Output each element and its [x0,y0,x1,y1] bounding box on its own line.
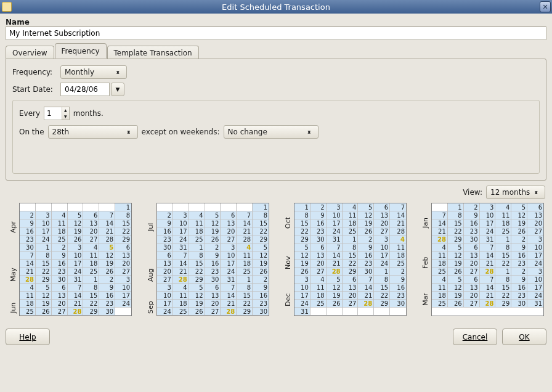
window-titlebar[interactable]: Edit Scheduled Transaction ✕ [0,0,552,14]
calendar-cell [173,203,189,211]
calendar-cell: 29 [237,308,253,316]
ok-button[interactable]: OK [502,329,546,345]
calendar-cell: 11 [432,251,448,259]
calendar-cell: 5 [511,203,527,211]
calendar-cell: 7 [358,276,374,284]
tab-overview[interactable]: Overview [6,46,54,59]
calendar-cell: 24 [480,227,496,235]
calendar-cell: 30 [52,276,68,284]
calendar-cell: 19 [294,259,310,267]
calendar-cell: 27 [83,235,99,243]
help-button[interactable]: Help [6,329,50,345]
calendar-cell: 17 [221,259,237,267]
calendar-cell: 31 [221,276,237,284]
calendar-cell: 28 [480,267,496,276]
calendar-cell: 2 [390,267,406,276]
weekend-rule-select[interactable]: No change ▲▼ [224,125,319,139]
calendar-cell: 9 [52,251,68,259]
cancel-button[interactable]: Cancel [453,329,497,345]
every-months-value[interactable] [44,107,62,120]
calendar-cell: 13 [464,284,480,292]
calendar-cell: 30 [157,243,173,251]
calendar-cell: 6 [527,203,543,211]
calendar-cell: 30 [358,267,374,276]
updown-icon[interactable]: ▲▼ [62,107,69,120]
calendar-cell: 8 [253,211,269,219]
calendar-cell: 6 [83,211,99,219]
calendar-cell: 8 [189,251,205,259]
calendar-cell: 15 [495,251,511,259]
calendar-cell: 24 [327,227,343,235]
calendar-cell: 11 [495,211,511,219]
calendar-cell: 26 [448,300,464,308]
view-select[interactable]: 12 months ▲▼ [486,186,545,199]
calendar-cell: 8 [294,211,310,219]
calendar-cell: 1 [189,243,205,251]
name-field[interactable] [6,27,546,40]
calendar-cell: 19 [99,259,115,267]
calendar-cell: 17 [374,251,390,259]
calendar-cell: 23 [464,227,480,235]
calendar-cell: 16 [310,219,327,227]
calendar-cell: 16 [390,284,406,292]
calendar-cell: 7 [432,211,448,219]
calendar-cell: 5 [448,243,464,251]
close-icon[interactable]: ✕ [540,1,551,12]
calendar-cell: 2 [99,276,115,284]
calendar-cell: 5 [189,284,205,292]
calendar-cell: 4 [173,284,189,292]
calendar-cell [310,308,327,316]
onthe-middle: except on weekends: [142,128,220,136]
calendar-cell: 9 [310,211,327,219]
calendar-cell: 8 [83,284,99,292]
calendar-cell: 14 [327,251,343,259]
calendar-cell: 26 [253,267,269,276]
calendar-cell: 5 [327,276,343,284]
calendar-cell: 19 [205,227,221,235]
onthe-day-select[interactable]: 28th ▲▼ [48,125,138,139]
calendar-cell: 29 [115,235,131,243]
calendar-grid: 1234567891011121314151617181920212223242… [156,203,269,316]
calendar-cell: 2 [358,235,374,243]
calendar-cell: 5 [448,276,464,284]
onthe-day-value: 28th [52,128,70,136]
calendar-cell: 19 [448,292,464,300]
calendar-cell: 2 [511,267,527,276]
calendar-cell: 27 [464,300,480,308]
calendar-cell: 25 [83,267,99,276]
calendar-cell: 9 [511,243,527,251]
calendar-cell: 28 [173,276,189,284]
calendar-preview: AprMayJun1234567891011121314151617181920… [6,203,546,320]
chevron-down-icon: ▼ [116,86,120,92]
calendar-cell: 29 [343,267,359,276]
calendar-cell [99,203,115,211]
calendar-cell: 26 [294,267,310,276]
calendar-cell: 18 [390,251,406,259]
calendar-cell: 11 [173,292,189,300]
calendar-cell: 23 [205,267,221,276]
frequency-select[interactable]: Monthly ▲▼ [60,65,127,79]
calendar-cell: 10 [36,219,52,227]
tab-template-transaction[interactable]: Template Transaction [107,46,199,59]
calendar-month-label: Aug [145,251,155,299]
every-months-stepper[interactable]: ▲▼ [44,107,70,120]
calendar-cell: 18 [432,259,448,267]
start-date-field[interactable] [60,83,110,96]
start-date-dropdown-button[interactable]: ▼ [111,83,124,96]
calendar-cell: 28 [237,235,253,243]
calendar-cell: 3 [157,284,173,292]
calendar-cell: 6 [205,284,221,292]
calendar-cell: 24 [36,235,52,243]
calendar-cell: 4 [237,243,253,251]
calendar-cell: 22 [343,259,359,267]
calendar-cell: 10 [374,243,390,251]
calendar-cell: 4 [390,235,406,243]
calendar-cell: 24 [157,308,173,316]
calendar-cell: 6 [464,243,480,251]
calendar-cell: 6 [343,276,359,284]
calendar-cell: 14 [99,219,115,227]
calendar-cell: 13 [221,219,237,227]
calendar-cell: 23 [358,259,374,267]
calendar-month-label: Apr [8,203,18,251]
tab-frequency[interactable]: Frequency [55,43,107,59]
